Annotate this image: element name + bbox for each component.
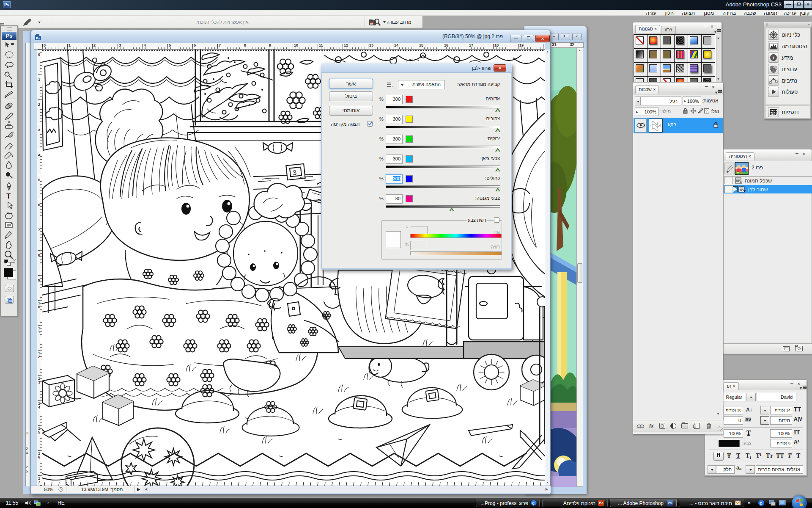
svg-text:e: e [532,501,535,505]
svg-text:3: 3 [292,169,297,177]
svg-text:Ps: Ps [36,36,40,40]
svg-text:i: i [773,55,774,60]
svg-text:Br: Br [370,22,373,25]
svg-text:T: T [6,192,11,200]
svg-text:e: e [760,500,762,505]
